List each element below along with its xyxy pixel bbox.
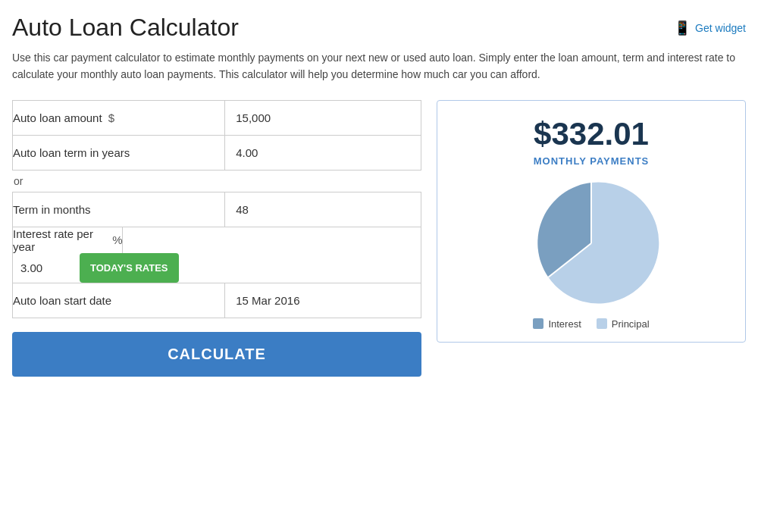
- interest-legend-item: Interest: [533, 318, 581, 330]
- term-months-input-cell: [225, 192, 421, 227]
- interest-swatch: [533, 318, 543, 329]
- interest-rate-label-cell: Interest rate per year %: [13, 227, 123, 253]
- loan-term-years-row: Auto loan term in years: [13, 135, 421, 170]
- or-text: or: [14, 175, 421, 187]
- loan-amount-label-cell: Auto loan amount $: [13, 100, 225, 135]
- get-widget-label: Get widget: [695, 22, 746, 34]
- todays-rates-button[interactable]: TODAY'S RATES: [80, 253, 179, 283]
- legend: Interest Principal: [449, 318, 733, 330]
- interest-rate-row: Interest rate per year % TODAY'S RATES: [13, 227, 421, 283]
- term-months-input[interactable]: [225, 192, 421, 227]
- term-months-label-cell: Term in months: [13, 192, 225, 227]
- pie-chart: [449, 179, 733, 308]
- page-title: Auto Loan Calculator: [12, 14, 239, 42]
- loan-amount-input-cell: [225, 100, 421, 135]
- widget-icon: 📱: [674, 20, 691, 36]
- loan-term-years-input[interactable]: [225, 136, 421, 170]
- form-table: Auto loan amount $ Auto loan term in yea…: [12, 100, 421, 171]
- start-date-input-cell: [225, 283, 421, 318]
- loan-amount-row: Auto loan amount $: [13, 100, 421, 135]
- loan-amount-label: Auto loan amount: [13, 111, 102, 124]
- interest-rate-input[interactable]: [13, 254, 74, 282]
- term-months-row: Term in months: [13, 192, 421, 227]
- calculate-button[interactable]: CALCULATE: [12, 332, 421, 377]
- start-date-input[interactable]: [225, 283, 421, 318]
- loan-amount-prefix: $: [108, 111, 114, 124]
- start-date-label: Auto loan start date: [13, 294, 111, 307]
- result-section: $332.01 MONTHLY PAYMENTS Inter: [437, 100, 746, 343]
- main-layout: Auto loan amount $ Auto loan term in yea…: [12, 100, 746, 377]
- start-date-label-cell: Auto loan start date: [13, 283, 225, 318]
- start-date-row: Auto loan start date: [13, 283, 421, 318]
- principal-legend-item: Principal: [597, 318, 650, 330]
- principal-legend-label: Principal: [612, 318, 650, 330]
- loan-term-years-label-cell: Auto loan term in years: [13, 135, 225, 170]
- interest-rate-prefix: %: [112, 233, 122, 246]
- interest-rate-input-cell: TODAY'S RATES: [13, 253, 225, 283]
- term-months-table: Term in months Interest rate per year % …: [12, 192, 421, 318]
- interest-legend-label: Interest: [548, 318, 581, 330]
- loan-amount-input[interactable]: [225, 101, 421, 135]
- loan-term-years-label: Auto loan term in years: [13, 146, 130, 159]
- term-months-label: Term in months: [13, 203, 91, 216]
- monthly-label: MONTHLY PAYMENTS: [449, 155, 733, 167]
- pie-svg: [515, 179, 667, 308]
- loan-term-years-input-cell: [225, 135, 421, 170]
- interest-rate-label: Interest rate per year: [13, 227, 106, 253]
- monthly-amount: $332.01: [449, 116, 733, 152]
- get-widget-link[interactable]: 📱 Get widget: [674, 20, 746, 36]
- principal-swatch: [597, 318, 607, 329]
- page-description: Use this car payment calculator to estim…: [12, 49, 746, 83]
- form-section: Auto loan amount $ Auto loan term in yea…: [12, 100, 421, 377]
